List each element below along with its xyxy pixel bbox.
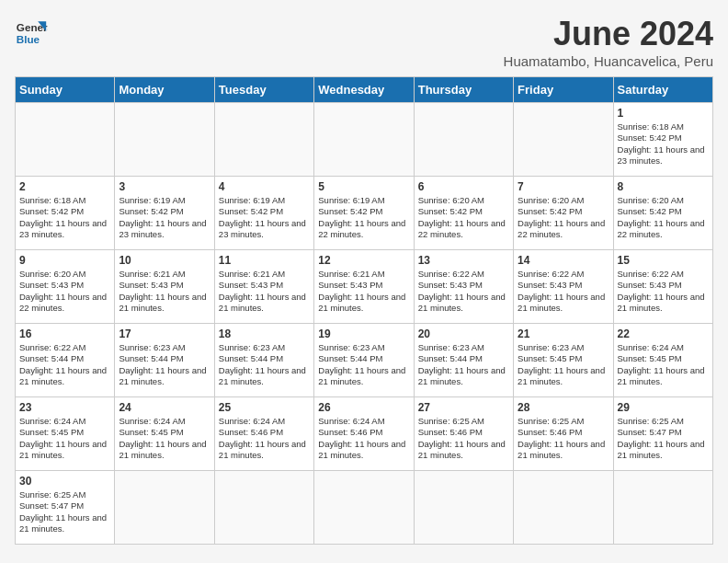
day-info: Sunrise: 6:21 AM Sunset: 5:43 PM Dayligh… bbox=[318, 269, 409, 314]
day-info: Sunrise: 6:22 AM Sunset: 5:43 PM Dayligh… bbox=[618, 269, 709, 314]
calendar-cell bbox=[115, 471, 214, 545]
day-info: Sunrise: 6:18 AM Sunset: 5:42 PM Dayligh… bbox=[19, 195, 110, 240]
day-info: Sunrise: 6:24 AM Sunset: 5:45 PM Dayligh… bbox=[119, 416, 210, 461]
day-number: 23 bbox=[19, 401, 110, 414]
day-number: 26 bbox=[318, 401, 409, 414]
calendar-cell: 6Sunrise: 6:20 AM Sunset: 5:42 PM Daylig… bbox=[414, 177, 513, 250]
calendar-cell: 3Sunrise: 6:19 AM Sunset: 5:42 PM Daylig… bbox=[115, 177, 214, 250]
calendar-week-3: 16Sunrise: 6:22 AM Sunset: 5:44 PM Dayli… bbox=[16, 324, 713, 397]
calendar-cell bbox=[214, 471, 313, 545]
page-header: General Blue June 2024 Huamatambo, Huanc… bbox=[15, 15, 713, 69]
header-thursday: Thursday bbox=[414, 77, 513, 103]
day-number: 8 bbox=[618, 180, 709, 193]
calendar-cell bbox=[414, 103, 513, 177]
calendar-cell: 4Sunrise: 6:19 AM Sunset: 5:42 PM Daylig… bbox=[214, 177, 313, 250]
day-number: 3 bbox=[119, 180, 210, 193]
calendar-cell: 8Sunrise: 6:20 AM Sunset: 5:42 PM Daylig… bbox=[613, 177, 712, 250]
calendar-cell: 20Sunrise: 6:23 AM Sunset: 5:44 PM Dayli… bbox=[414, 324, 513, 397]
calendar-cell: 1Sunrise: 6:18 AM Sunset: 5:42 PM Daylig… bbox=[613, 103, 712, 177]
calendar-cell: 15Sunrise: 6:22 AM Sunset: 5:43 PM Dayli… bbox=[613, 250, 712, 324]
calendar-cell: 27Sunrise: 6:25 AM Sunset: 5:46 PM Dayli… bbox=[414, 397, 513, 471]
day-number: 7 bbox=[518, 180, 609, 193]
day-info: Sunrise: 6:22 AM Sunset: 5:43 PM Dayligh… bbox=[418, 269, 509, 314]
day-number: 11 bbox=[219, 254, 310, 267]
calendar-cell bbox=[414, 471, 513, 545]
calendar-cell: 13Sunrise: 6:22 AM Sunset: 5:43 PM Dayli… bbox=[414, 250, 513, 324]
header-saturday: Saturday bbox=[613, 77, 712, 103]
calendar-cell: 26Sunrise: 6:24 AM Sunset: 5:46 PM Dayli… bbox=[314, 397, 414, 471]
calendar-cell bbox=[514, 471, 613, 545]
calendar-cell: 19Sunrise: 6:23 AM Sunset: 5:44 PM Dayli… bbox=[314, 324, 414, 397]
day-info: Sunrise: 6:25 AM Sunset: 5:46 PM Dayligh… bbox=[518, 416, 609, 461]
day-number: 20 bbox=[418, 327, 509, 340]
calendar-cell bbox=[314, 103, 414, 177]
calendar-cell bbox=[613, 471, 712, 545]
day-number: 15 bbox=[618, 254, 709, 267]
day-info: Sunrise: 6:19 AM Sunset: 5:42 PM Dayligh… bbox=[119, 195, 210, 240]
day-number: 29 bbox=[618, 401, 709, 414]
day-number: 10 bbox=[119, 254, 210, 267]
day-info: Sunrise: 6:20 AM Sunset: 5:42 PM Dayligh… bbox=[618, 195, 709, 240]
month-year-title: June 2024 bbox=[504, 15, 713, 53]
calendar-cell: 24Sunrise: 6:24 AM Sunset: 5:45 PM Dayli… bbox=[115, 397, 214, 471]
calendar-cell: 5Sunrise: 6:19 AM Sunset: 5:42 PM Daylig… bbox=[314, 177, 414, 250]
day-number: 21 bbox=[518, 327, 609, 340]
day-info: Sunrise: 6:20 AM Sunset: 5:43 PM Dayligh… bbox=[19, 269, 110, 314]
calendar-cell: 21Sunrise: 6:23 AM Sunset: 5:45 PM Dayli… bbox=[514, 324, 613, 397]
day-number: 22 bbox=[618, 327, 709, 340]
header-tuesday: Tuesday bbox=[214, 77, 313, 103]
day-info: Sunrise: 6:21 AM Sunset: 5:43 PM Dayligh… bbox=[219, 269, 310, 314]
header-sunday: Sunday bbox=[16, 77, 115, 103]
day-info: Sunrise: 6:20 AM Sunset: 5:42 PM Dayligh… bbox=[518, 195, 609, 240]
day-info: Sunrise: 6:23 AM Sunset: 5:44 PM Dayligh… bbox=[119, 342, 210, 387]
calendar-cell: 18Sunrise: 6:23 AM Sunset: 5:44 PM Dayli… bbox=[214, 324, 313, 397]
calendar-cell: 2Sunrise: 6:18 AM Sunset: 5:42 PM Daylig… bbox=[16, 177, 115, 250]
day-info: Sunrise: 6:24 AM Sunset: 5:46 PM Dayligh… bbox=[219, 416, 310, 461]
calendar-week-5: 30Sunrise: 6:25 AM Sunset: 5:47 PM Dayli… bbox=[16, 471, 713, 545]
day-number: 16 bbox=[19, 327, 110, 340]
day-number: 14 bbox=[518, 254, 609, 267]
day-info: Sunrise: 6:23 AM Sunset: 5:44 PM Dayligh… bbox=[219, 342, 310, 387]
calendar-cell: 9Sunrise: 6:20 AM Sunset: 5:43 PM Daylig… bbox=[16, 250, 115, 324]
calendar-cell: 16Sunrise: 6:22 AM Sunset: 5:44 PM Dayli… bbox=[16, 324, 115, 397]
day-number: 25 bbox=[219, 401, 310, 414]
day-info: Sunrise: 6:18 AM Sunset: 5:42 PM Dayligh… bbox=[618, 121, 709, 167]
day-info: Sunrise: 6:25 AM Sunset: 5:46 PM Dayligh… bbox=[418, 416, 509, 461]
day-number: 13 bbox=[418, 254, 509, 267]
calendar-cell bbox=[514, 103, 613, 177]
day-number: 17 bbox=[119, 327, 210, 340]
calendar-cell: 22Sunrise: 6:24 AM Sunset: 5:45 PM Dayli… bbox=[613, 324, 712, 397]
logo: General Blue bbox=[15, 15, 48, 48]
location-subtitle: Huamatambo, Huancavelica, Peru bbox=[504, 53, 713, 69]
day-info: Sunrise: 6:20 AM Sunset: 5:42 PM Dayligh… bbox=[418, 195, 509, 240]
calendar-cell: 30Sunrise: 6:25 AM Sunset: 5:47 PM Dayli… bbox=[16, 471, 115, 545]
day-info: Sunrise: 6:22 AM Sunset: 5:43 PM Dayligh… bbox=[518, 269, 609, 314]
calendar-cell bbox=[16, 103, 115, 177]
calendar-cell bbox=[314, 471, 414, 545]
day-number: 4 bbox=[219, 180, 310, 193]
day-number: 5 bbox=[318, 180, 409, 193]
day-number: 19 bbox=[318, 327, 409, 340]
header-friday: Friday bbox=[514, 77, 613, 103]
day-info: Sunrise: 6:23 AM Sunset: 5:45 PM Dayligh… bbox=[518, 342, 609, 387]
calendar-cell: 17Sunrise: 6:23 AM Sunset: 5:44 PM Dayli… bbox=[115, 324, 214, 397]
day-number: 24 bbox=[119, 401, 210, 414]
calendar-cell: 29Sunrise: 6:25 AM Sunset: 5:47 PM Dayli… bbox=[613, 397, 712, 471]
calendar-week-4: 23Sunrise: 6:24 AM Sunset: 5:45 PM Dayli… bbox=[16, 397, 713, 471]
day-info: Sunrise: 6:19 AM Sunset: 5:42 PM Dayligh… bbox=[219, 195, 310, 240]
day-info: Sunrise: 6:24 AM Sunset: 5:45 PM Dayligh… bbox=[618, 342, 709, 387]
day-number: 18 bbox=[219, 327, 310, 340]
day-number: 27 bbox=[418, 401, 509, 414]
header-monday: Monday bbox=[115, 77, 214, 103]
day-info: Sunrise: 6:22 AM Sunset: 5:44 PM Dayligh… bbox=[19, 342, 110, 387]
day-number: 30 bbox=[19, 475, 110, 488]
calendar-cell bbox=[115, 103, 214, 177]
day-info: Sunrise: 6:23 AM Sunset: 5:44 PM Dayligh… bbox=[418, 342, 509, 387]
day-number: 1 bbox=[618, 107, 709, 120]
svg-text:Blue: Blue bbox=[17, 33, 40, 45]
day-info: Sunrise: 6:25 AM Sunset: 5:47 PM Dayligh… bbox=[618, 416, 709, 461]
calendar-cell: 28Sunrise: 6:25 AM Sunset: 5:46 PM Dayli… bbox=[514, 397, 613, 471]
day-number: 2 bbox=[19, 180, 110, 193]
calendar-table: SundayMondayTuesdayWednesdayThursdayFrid… bbox=[15, 76, 713, 545]
day-info: Sunrise: 6:23 AM Sunset: 5:44 PM Dayligh… bbox=[318, 342, 409, 387]
